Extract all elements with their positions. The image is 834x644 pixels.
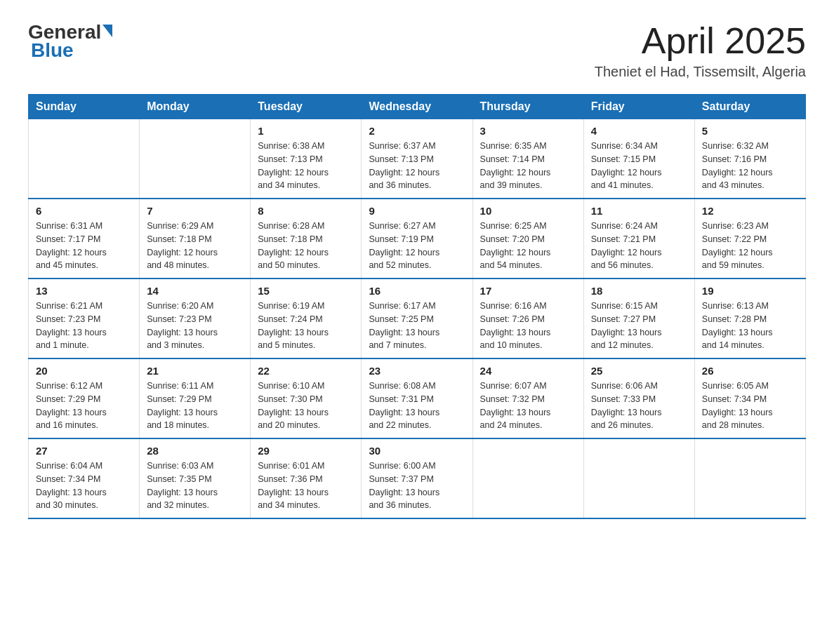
calendar-cell: [140, 119, 251, 199]
calendar-cell: 19Sunrise: 6:13 AMSunset: 7:28 PMDayligh…: [694, 279, 805, 358]
calendar-table: SundayMondayTuesdayWednesdayThursdayFrid…: [28, 94, 806, 519]
day-info: Sunrise: 6:07 AMSunset: 7:32 PMDaylight:…: [480, 380, 576, 432]
calendar-cell: 23Sunrise: 6:08 AMSunset: 7:31 PMDayligh…: [362, 358, 472, 438]
logo-blue-text: Blue: [31, 39, 74, 61]
day-info: Sunrise: 6:32 AMSunset: 7:16 PMDaylight:…: [702, 140, 798, 192]
day-info: Sunrise: 6:13 AMSunset: 7:28 PMDaylight:…: [702, 300, 798, 352]
day-number: 4: [591, 125, 687, 137]
day-info: Sunrise: 6:38 AMSunset: 7:13 PMDaylight:…: [258, 140, 354, 192]
calendar-cell: 8Sunrise: 6:28 AMSunset: 7:18 PMDaylight…: [251, 199, 362, 279]
calendar-cell: 29Sunrise: 6:01 AMSunset: 7:36 PMDayligh…: [251, 438, 362, 518]
calendar-cell: 26Sunrise: 6:05 AMSunset: 7:34 PMDayligh…: [694, 358, 805, 438]
calendar-cell: 1Sunrise: 6:38 AMSunset: 7:13 PMDaylight…: [251, 119, 362, 199]
day-number: 6: [36, 205, 132, 217]
day-number: 2: [369, 125, 465, 137]
day-info: Sunrise: 6:19 AMSunset: 7:24 PMDaylight:…: [258, 300, 354, 352]
day-info: Sunrise: 6:00 AMSunset: 7:37 PMDaylight:…: [369, 459, 465, 512]
day-info: Sunrise: 6:29 AMSunset: 7:18 PMDaylight:…: [147, 220, 243, 272]
logo: General Blue: [28, 21, 112, 62]
calendar-cell: 21Sunrise: 6:11 AMSunset: 7:29 PMDayligh…: [140, 358, 251, 438]
calendar-cell: 30Sunrise: 6:00 AMSunset: 7:37 PMDayligh…: [362, 438, 472, 518]
day-number: 13: [36, 285, 132, 297]
calendar-cell: [472, 438, 583, 518]
day-info: Sunrise: 6:24 AMSunset: 7:21 PMDaylight:…: [591, 220, 687, 272]
day-info: Sunrise: 6:20 AMSunset: 7:23 PMDaylight:…: [147, 300, 243, 352]
weekday-header-thursday: Thursday: [472, 95, 583, 119]
day-number: 16: [369, 285, 465, 297]
day-number: 10: [480, 205, 576, 217]
calendar-cell: 4Sunrise: 6:34 AMSunset: 7:15 PMDaylight…: [583, 119, 694, 199]
weekday-header-tuesday: Tuesday: [251, 95, 362, 119]
day-info: Sunrise: 6:37 AMSunset: 7:13 PMDaylight:…: [369, 140, 465, 192]
day-number: 21: [147, 365, 243, 377]
day-info: Sunrise: 6:01 AMSunset: 7:36 PMDaylight:…: [258, 459, 354, 512]
day-info: Sunrise: 6:15 AMSunset: 7:27 PMDaylight:…: [591, 300, 687, 352]
logo-triangle-icon: [102, 25, 112, 37]
calendar-cell: 28Sunrise: 6:03 AMSunset: 7:35 PMDayligh…: [140, 438, 251, 518]
calendar-cell: 2Sunrise: 6:37 AMSunset: 7:13 PMDaylight…: [362, 119, 472, 199]
calendar-cell: 11Sunrise: 6:24 AMSunset: 7:21 PMDayligh…: [583, 199, 694, 279]
day-number: 3: [480, 125, 576, 137]
day-info: Sunrise: 6:34 AMSunset: 7:15 PMDaylight:…: [591, 140, 687, 192]
calendar-cell: 24Sunrise: 6:07 AMSunset: 7:32 PMDayligh…: [472, 358, 583, 438]
day-number: 14: [147, 285, 243, 297]
calendar-cell: 14Sunrise: 6:20 AMSunset: 7:23 PMDayligh…: [140, 279, 251, 358]
day-number: 7: [147, 205, 243, 217]
weekday-header-monday: Monday: [140, 95, 251, 119]
calendar-cell: 6Sunrise: 6:31 AMSunset: 7:17 PMDaylight…: [29, 199, 140, 279]
day-number: 23: [369, 365, 465, 377]
day-number: 15: [258, 285, 354, 297]
day-info: Sunrise: 6:21 AMSunset: 7:23 PMDaylight:…: [36, 300, 132, 352]
day-info: Sunrise: 6:28 AMSunset: 7:18 PMDaylight:…: [258, 220, 354, 272]
day-number: 18: [591, 285, 687, 297]
calendar-cell: 3Sunrise: 6:35 AMSunset: 7:14 PMDaylight…: [472, 119, 583, 199]
calendar-cell: 17Sunrise: 6:16 AMSunset: 7:26 PMDayligh…: [472, 279, 583, 358]
day-number: 28: [147, 445, 243, 457]
calendar-cell: [29, 119, 140, 199]
calendar-cell: [583, 438, 694, 518]
calendar-cell: 9Sunrise: 6:27 AMSunset: 7:19 PMDaylight…: [362, 199, 472, 279]
day-number: 1: [258, 125, 354, 137]
day-info: Sunrise: 6:06 AMSunset: 7:33 PMDaylight:…: [591, 380, 687, 432]
weekday-header-saturday: Saturday: [694, 95, 805, 119]
page-title: April 2025: [595, 21, 806, 61]
calendar-week-row: 20Sunrise: 6:12 AMSunset: 7:29 PMDayligh…: [29, 358, 806, 438]
weekday-header-friday: Friday: [583, 95, 694, 119]
day-number: 19: [702, 285, 798, 297]
weekday-header-row: SundayMondayTuesdayWednesdayThursdayFrid…: [29, 95, 806, 119]
day-info: Sunrise: 6:04 AMSunset: 7:34 PMDaylight:…: [36, 459, 132, 512]
calendar-cell: [694, 438, 805, 518]
calendar-cell: 10Sunrise: 6:25 AMSunset: 7:20 PMDayligh…: [472, 199, 583, 279]
day-info: Sunrise: 6:08 AMSunset: 7:31 PMDaylight:…: [369, 380, 465, 432]
day-number: 5: [702, 125, 798, 137]
day-info: Sunrise: 6:35 AMSunset: 7:14 PMDaylight:…: [480, 140, 576, 192]
calendar-week-row: 1Sunrise: 6:38 AMSunset: 7:13 PMDaylight…: [29, 119, 806, 199]
weekday-header-sunday: Sunday: [29, 95, 140, 119]
calendar-cell: 20Sunrise: 6:12 AMSunset: 7:29 PMDayligh…: [29, 358, 140, 438]
title-area: April 2025 Theniet el Had, Tissemsilt, A…: [595, 21, 806, 80]
day-number: 29: [258, 445, 354, 457]
day-info: Sunrise: 6:31 AMSunset: 7:17 PMDaylight:…: [36, 220, 132, 272]
calendar-week-row: 13Sunrise: 6:21 AMSunset: 7:23 PMDayligh…: [29, 279, 806, 358]
calendar-week-row: 6Sunrise: 6:31 AMSunset: 7:17 PMDaylight…: [29, 199, 806, 279]
day-number: 12: [702, 205, 798, 217]
day-info: Sunrise: 6:25 AMSunset: 7:20 PMDaylight:…: [480, 220, 576, 272]
day-info: Sunrise: 6:12 AMSunset: 7:29 PMDaylight:…: [36, 380, 132, 432]
day-number: 26: [702, 365, 798, 377]
day-info: Sunrise: 6:27 AMSunset: 7:19 PMDaylight:…: [369, 220, 465, 272]
day-info: Sunrise: 6:11 AMSunset: 7:29 PMDaylight:…: [147, 380, 243, 432]
day-number: 24: [480, 365, 576, 377]
calendar-cell: 15Sunrise: 6:19 AMSunset: 7:24 PMDayligh…: [251, 279, 362, 358]
day-number: 30: [369, 445, 465, 457]
calendar-cell: 13Sunrise: 6:21 AMSunset: 7:23 PMDayligh…: [29, 279, 140, 358]
day-number: 17: [480, 285, 576, 297]
weekday-header-wednesday: Wednesday: [362, 95, 472, 119]
day-info: Sunrise: 6:17 AMSunset: 7:25 PMDaylight:…: [369, 300, 465, 352]
day-number: 9: [369, 205, 465, 217]
day-info: Sunrise: 6:10 AMSunset: 7:30 PMDaylight:…: [258, 380, 354, 432]
subtitle: Theniet el Had, Tissemsilt, Algeria: [595, 64, 806, 80]
day-number: 8: [258, 205, 354, 217]
day-info: Sunrise: 6:23 AMSunset: 7:22 PMDaylight:…: [702, 220, 798, 272]
day-number: 22: [258, 365, 354, 377]
calendar-cell: 27Sunrise: 6:04 AMSunset: 7:34 PMDayligh…: [29, 438, 140, 518]
